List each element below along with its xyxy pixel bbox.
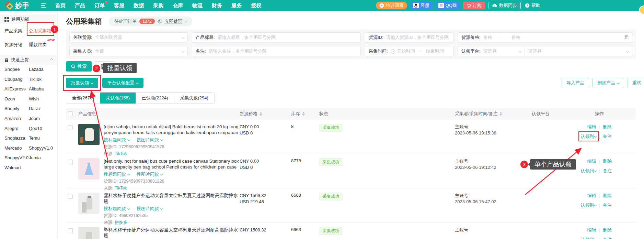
platform-claim-config-button[interactable]: 平台认领配置	[102, 78, 143, 88]
sidebar-platform-item[interactable]: TikTok	[29, 75, 57, 85]
menu-item[interactable]: 服务	[231, 2, 242, 9]
source-platform-link[interactable]: TikTok	[115, 186, 127, 191]
sidebar-platform-item[interactable]: ShopyyV1.0	[29, 143, 57, 153]
menu-item[interactable]: 产品	[75, 2, 85, 9]
search-button[interactable]: 搜索	[66, 61, 92, 72]
product-title[interactable]: [ujian sahaja, bukan untuk dijual] Baldi…	[104, 124, 240, 135]
sidebar-platform-item[interactable]: Joom	[29, 114, 57, 124]
help-button[interactable]: ? 帮助	[524, 2, 541, 9]
sidebar-platform-item[interactable]: Wish	[29, 94, 57, 104]
filter-claim-platform-select[interactable]: 认领平台: 请选择	[458, 46, 525, 56]
source-platform-link[interactable]: TikTok	[115, 151, 127, 156]
search-same-title-link[interactable]: 搜标题同款	[104, 171, 130, 177]
product-image[interactable]	[78, 124, 100, 145]
claim-to-dropdown[interactable]: 认领到	[581, 237, 596, 239]
sidebar-platform-item[interactable]: Temu	[29, 133, 57, 143]
select-all-checkbox[interactable]	[68, 111, 73, 116]
sidebar-platform-item[interactable]: Lazada	[29, 65, 57, 75]
customer-service-button[interactable]: 客服	[411, 2, 432, 9]
sidebar-platform-item[interactable]: Coupang	[4, 75, 29, 85]
product-image[interactable]	[78, 158, 100, 180]
claim-to-dropdown[interactable]: 认领到	[581, 168, 596, 173]
sidebar-platform-item[interactable]: Shopee	[4, 65, 29, 75]
collapse-chevron-icon[interactable]	[50, 58, 53, 61]
menu-item[interactable]: 首页	[55, 2, 66, 9]
sidebar-platform-item[interactable]: Ozon	[4, 94, 29, 104]
menu-item[interactable]: 财务	[212, 2, 222, 9]
delete-link[interactable]: 删除	[603, 193, 612, 198]
search-same-image-link[interactable]: 搜图片同款	[137, 206, 163, 212]
data-sync-button[interactable]: 数据同步	[488, 2, 521, 9]
status-tab[interactable]: 已认领(2224)	[136, 93, 174, 104]
col-stock[interactable]: 库存	[291, 111, 319, 117]
product-image[interactable]	[78, 193, 100, 214]
menu-item[interactable]: 授权	[251, 2, 261, 9]
menu-item[interactable]: 订单	[94, 2, 105, 9]
col-source-price[interactable]: 货源价格	[240, 111, 291, 117]
status-tab[interactable]: 采集失败(294)	[174, 93, 214, 104]
source-platform-link[interactable]: 拼多多	[115, 220, 128, 225]
sidebar-platform-item[interactable]: ShopyyV2.0	[4, 153, 29, 163]
remark-link[interactable]: 备注	[603, 237, 612, 239]
sort-icon[interactable]	[499, 112, 502, 116]
price-min-input[interactable]: 价格	[483, 34, 492, 41]
sort-icon[interactable]	[302, 112, 305, 116]
qq-group-button[interactable]: QQ群	[436, 2, 460, 9]
delete-link[interactable]: 删除	[603, 124, 612, 129]
filter-product-title-input[interactable]: 产品标题: 请输入标题，多个用逗号分隔	[192, 32, 361, 43]
start-time-input[interactable]: 开始时间	[397, 48, 415, 54]
sidebar-section-quick-listing[interactable]: 快速上货	[0, 55, 57, 65]
import-product-button[interactable]: 导入产品	[562, 78, 589, 88]
delete-link[interactable]: 删除	[603, 227, 612, 232]
sidebar-platform-item[interactable]: Walmart	[4, 163, 29, 173]
edit-link[interactable]: 编辑	[587, 159, 596, 164]
order-button[interactable]: 订购	[463, 2, 485, 9]
col-collector[interactable]: 采集者/采集时间/备注	[455, 111, 518, 117]
sidebar-platform-item[interactable]: Daraz	[29, 104, 57, 114]
menu-item[interactable]: 物流	[192, 2, 203, 9]
search-same-title-link[interactable]: 搜标题同款	[104, 206, 130, 212]
filter-remark-input[interactable]: 备注: 请输入备注，多个用逗号分隔	[192, 46, 361, 56]
sidebar-platform-item[interactable]: Jumia	[29, 153, 57, 163]
row-checkbox[interactable]	[68, 194, 73, 199]
brand-logo[interactable]: 妙手	[5, 1, 30, 10]
filter-collect-time-range[interactable]: 采集时间: 开始时间 - 结束时间	[365, 46, 453, 56]
product-image[interactable]	[78, 227, 100, 239]
end-time-input[interactable]: 结束时间	[426, 48, 444, 54]
remark-link[interactable]: 备注	[603, 203, 612, 208]
sidebar-item-product-collect[interactable]: 产品采集	[4, 28, 29, 34]
sidebar-platform-item[interactable]: Mercado	[4, 143, 29, 153]
sidebar-platform-item[interactable]: Shoplazza	[4, 133, 29, 143]
edit-link[interactable]: 编辑	[587, 193, 596, 198]
price-max-input[interactable]: 价格	[511, 34, 520, 41]
search-same-image-link[interactable]: 搜图片同款	[137, 171, 163, 177]
search-same-title-link[interactable]: 搜标题同款	[104, 137, 130, 143]
sidebar-platform-item[interactable]: Allegro	[4, 124, 29, 134]
sidebar-section-common[interactable]: 通用功能	[0, 14, 57, 24]
sidebar-platform-item[interactable]: Amazon	[4, 114, 29, 124]
training-replay-button[interactable]: 培训回看	[376, 2, 407, 9]
remark-link[interactable]: 备注	[603, 134, 612, 139]
menu-item[interactable]: 数据	[134, 2, 144, 9]
delete-product-button[interactable]: 删除产品	[593, 78, 624, 88]
filter-source-id-input[interactable]: 货源ID: 请输入货源ID，多个用逗号分隔	[365, 32, 453, 43]
sidebar-platform-item[interactable]: Qoo10	[29, 124, 57, 134]
status-tab[interactable]: 全部(2676)	[66, 93, 100, 104]
filter-collector-select[interactable]: 采集人员: 全部	[69, 46, 188, 56]
claim-to-dropdown[interactable]: 认领到	[581, 134, 596, 139]
claim-to-dropdown[interactable]: 认领到	[581, 203, 596, 208]
edit-link[interactable]: 编辑	[587, 227, 596, 232]
filter-claim-store-select[interactable]: 请选择	[525, 46, 632, 56]
row-checkbox[interactable]	[68, 160, 73, 164]
sidebar-platform-item[interactable]: AliExpress	[4, 84, 29, 94]
sort-icon[interactable]	[260, 112, 262, 116]
sidebar-item-public-collect-box[interactable]: 公用采集箱	[29, 28, 53, 34]
process-now-link[interactable]: 立即处理	[165, 18, 183, 24]
menu-item[interactable]: 仓库	[173, 2, 183, 9]
row-checkbox[interactable]	[68, 125, 73, 130]
sidebar-item-source-distribution[interactable]: 货源分销	[4, 42, 29, 48]
sidebar-item-hot-follow[interactable]: 爆款跟卖 NEW	[29, 42, 53, 48]
menu-item[interactable]: 客服	[114, 2, 124, 9]
edit-link[interactable]: 编辑	[587, 124, 596, 129]
product-title[interactable]: 塑料水杯子便捷户外运动大容量太空杯男夏天过滤网耐高温防摔水瓶	[104, 193, 240, 204]
